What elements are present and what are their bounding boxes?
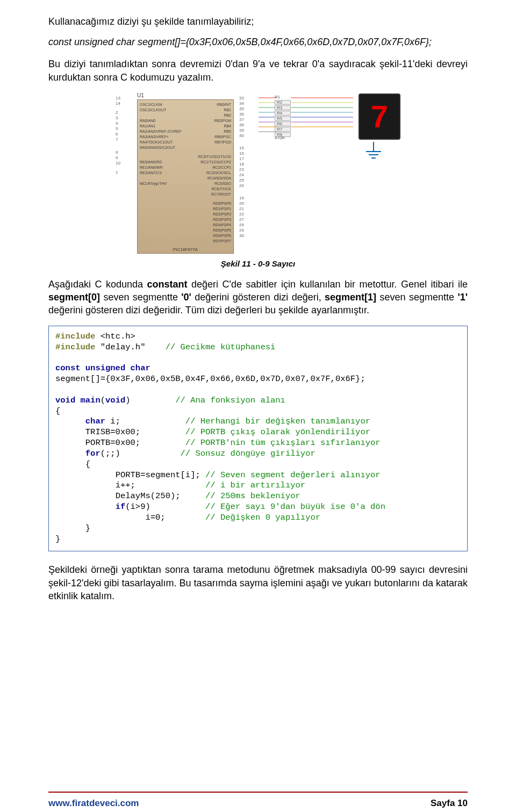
pin: 27 bbox=[239, 217, 253, 222]
array-declaration: const unsigned char segment[]={0x3F,0x06… bbox=[48, 37, 468, 48]
seven-segment: 7 bbox=[359, 94, 400, 140]
pin: 8 bbox=[116, 150, 132, 155]
pin: 5 bbox=[116, 126, 132, 131]
resistor-header: R1 bbox=[275, 95, 291, 99]
text: değerini gösteren dizi değeridir. Tüm di… bbox=[48, 305, 369, 315]
right-side: R1 R2 R3 R4 R5 R6 R7 R8 470R 7 bbox=[259, 92, 400, 254]
code-block: #include <htc.h> #include "delay.h" // G… bbox=[48, 326, 468, 552]
text: değerini gösteren dizi değeri, bbox=[191, 292, 325, 303]
pin: 21 bbox=[239, 206, 253, 211]
chip-ref: U1 bbox=[137, 92, 234, 98]
resistor: R7 bbox=[275, 127, 291, 132]
footer-site: www.firatdeveci.com bbox=[48, 798, 139, 809]
pin: 15 bbox=[239, 146, 253, 150]
pin: 22 bbox=[239, 212, 253, 217]
page: Kullanacağımız diziyi şu şekilde tanımla… bbox=[0, 0, 516, 812]
pin: 6 bbox=[116, 132, 132, 136]
intro-paragraph: Bu diziyi tanımladıktan sonra devremizi … bbox=[48, 58, 468, 84]
text: seven segmentte bbox=[100, 292, 181, 303]
pin-numbers-left: 13 14 2 3 4 5 6 7 8 9 10 1 bbox=[116, 92, 132, 254]
text: değeri C'de sabitler için kullanılan bir… bbox=[188, 279, 468, 290]
pin: 23 bbox=[239, 167, 253, 172]
resistor: R4 bbox=[275, 111, 291, 116]
chip-wrap: U1 OSC1/CLKINRB0/INT OSC2/CLKOUTRB1 RB2 … bbox=[137, 92, 234, 254]
chip-model: PIC16F877A bbox=[140, 246, 231, 252]
pin: 9 bbox=[116, 155, 132, 160]
text-bold: constant bbox=[147, 279, 188, 290]
text-bold: '1' bbox=[457, 292, 468, 303]
resistor-value: 470R bbox=[275, 135, 285, 140]
pin: 18 bbox=[239, 162, 253, 167]
pin: 38 bbox=[239, 123, 253, 127]
pin-numbers-right: 33 34 35 36 37 38 39 40 15 16 17 18 23 2… bbox=[239, 92, 253, 254]
pin: 14 bbox=[116, 101, 132, 106]
figure-caption: Şekil 11 - 0-9 Sayıcı bbox=[48, 259, 468, 268]
footer-page-number: Sayfa 10 bbox=[431, 798, 468, 809]
pin: 10 bbox=[116, 161, 132, 166]
paragraph-constant: Aşağıdaki C kodunda constant değeri C'de… bbox=[48, 278, 468, 317]
resistor: R3 bbox=[275, 105, 291, 110]
pin: 1 bbox=[116, 170, 132, 175]
paragraph-outro: Şekildeki örneği yaptıktan sonra tarama … bbox=[48, 563, 468, 602]
pin: 2 bbox=[116, 110, 132, 115]
resistor: R5 bbox=[275, 116, 291, 121]
intro-heading: Kullanacağımız diziyi şu şekilde tanımla… bbox=[48, 15, 468, 28]
pin: 33 bbox=[239, 96, 253, 100]
circuit-diagram: 13 14 2 3 4 5 6 7 8 9 10 1 U1 bbox=[48, 92, 468, 254]
resistor: R2 bbox=[275, 100, 291, 105]
pin: 16 bbox=[239, 151, 253, 156]
pin: 24 bbox=[239, 173, 253, 177]
text-bold: '0' bbox=[181, 292, 191, 303]
pin: 37 bbox=[239, 117, 253, 122]
footer: www.firatdeveci.com Sayfa 10 bbox=[48, 798, 468, 809]
pin: 30 bbox=[239, 233, 253, 238]
pin: 29 bbox=[239, 228, 253, 233]
ground-icon bbox=[363, 142, 384, 163]
pin: 36 bbox=[239, 112, 253, 117]
resistor-block: R1 R2 R3 R4 R5 R6 R7 R8 bbox=[275, 95, 291, 138]
text: Aşağıdaki C kodunda bbox=[48, 279, 147, 290]
pin: 4 bbox=[116, 121, 132, 126]
pin: 13 bbox=[116, 96, 132, 100]
pin: 35 bbox=[239, 106, 253, 111]
pin: 19 bbox=[239, 196, 253, 200]
pin: 3 bbox=[116, 116, 132, 120]
text: seven segmentte bbox=[376, 292, 457, 303]
chip-rows: OSC1/CLKINRB0/INT OSC2/CLKOUTRB1 RB2 RA0… bbox=[140, 102, 231, 243]
text-bold: segment[1] bbox=[325, 292, 376, 303]
pin: 40 bbox=[239, 133, 253, 138]
text-bold: segment[0] bbox=[48, 292, 100, 303]
pin: 26 bbox=[239, 183, 253, 188]
pin: 7 bbox=[116, 137, 132, 142]
pin: 25 bbox=[239, 178, 253, 183]
diagram-inner: 13 14 2 3 4 5 6 7 8 9 10 1 U1 bbox=[116, 92, 400, 254]
footer-divider bbox=[48, 792, 468, 797]
pin: 34 bbox=[239, 101, 253, 106]
seven-segment-digit: 7 bbox=[371, 101, 388, 132]
pin: 28 bbox=[239, 222, 253, 227]
resistor: R6 bbox=[275, 121, 291, 126]
pin: 39 bbox=[239, 128, 253, 133]
pin: 20 bbox=[239, 201, 253, 206]
chip: OSC1/CLKINRB0/INT OSC2/CLKOUTRB1 RB2 RA0… bbox=[137, 99, 234, 254]
pin: 17 bbox=[239, 156, 253, 161]
